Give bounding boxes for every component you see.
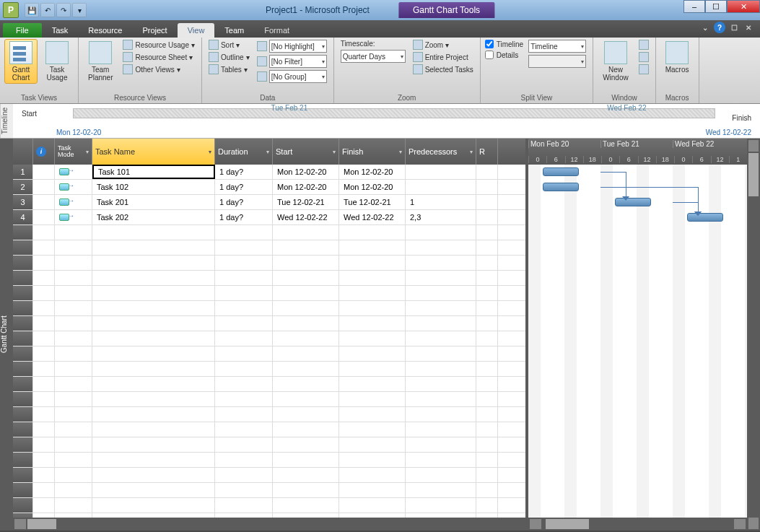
maximize-button[interactable]: ☐ — [705, 0, 727, 13]
cell-resources[interactable] — [476, 468, 498, 482]
table-row[interactable] — [13, 377, 525, 392]
cell-finish[interactable] — [339, 453, 406, 467]
cell-mode[interactable] — [55, 271, 92, 285]
cell-predecessors[interactable] — [406, 392, 476, 406]
col-task-name[interactable]: Task Name▾ — [92, 139, 215, 165]
cell-resources[interactable] — [476, 316, 498, 331]
view-side-label[interactable]: Gantt Chart — [0, 139, 13, 531]
row-number[interactable] — [13, 362, 33, 376]
cell-info[interactable] — [33, 437, 55, 452]
table-row[interactable] — [13, 225, 525, 240]
scroll-left-icon[interactable] — [530, 519, 541, 529]
row-number[interactable] — [13, 301, 33, 315]
timescale-combo[interactable]: Quarter Days▾ — [338, 49, 408, 64]
cell-predecessors[interactable] — [406, 377, 476, 391]
entire-project-button[interactable]: Entire Project — [411, 51, 476, 63]
table-row[interactable] — [13, 346, 525, 362]
tab-team[interactable]: Team — [214, 23, 254, 38]
cell-info[interactable] — [33, 407, 55, 422]
cell-name[interactable] — [92, 240, 215, 255]
cell-info[interactable] — [33, 301, 55, 315]
cell-mode[interactable] — [55, 407, 92, 422]
table-row[interactable] — [13, 437, 525, 453]
cell-duration[interactable] — [215, 286, 273, 300]
cell-predecessors[interactable] — [406, 346, 476, 361]
table-row[interactable]: 3Task 2011 day?Tue 12-02-21Tue 12-02-211 — [13, 195, 525, 210]
cell-name[interactable] — [92, 346, 215, 361]
cell-finish[interactable] — [339, 331, 406, 346]
col-resources[interactable]: R — [476, 139, 498, 165]
table-row[interactable]: 4Task 2021 day?Wed 12-02-22Wed 12-02-222… — [13, 210, 525, 225]
cell-mode[interactable] — [55, 346, 92, 361]
row-number[interactable] — [13, 377, 33, 391]
col-rownum[interactable] — [13, 139, 33, 165]
cell-name[interactable] — [92, 422, 215, 437]
cell-duration[interactable] — [215, 437, 273, 452]
hide-button[interactable] — [637, 64, 651, 75]
app-logo[interactable]: P — [3, 2, 19, 18]
cell-resources[interactable] — [476, 422, 498, 437]
cell-resources[interactable] — [476, 225, 498, 240]
cell-mode[interactable] — [55, 180, 92, 194]
cell-finish[interactable] — [339, 407, 406, 422]
undo-icon[interactable]: ↶ — [40, 3, 55, 17]
cell-finish[interactable]: Tue 12-02-21 — [339, 195, 406, 209]
tab-view[interactable]: View — [178, 23, 215, 38]
cell-start[interactable] — [273, 240, 339, 255]
cell-duration[interactable]: 1 day? — [215, 195, 273, 209]
cell-resources[interactable] — [476, 362, 498, 376]
cell-duration[interactable] — [215, 240, 273, 255]
cell-finish[interactable]: Wed 12-02-22 — [339, 210, 406, 224]
cell-duration[interactable] — [215, 377, 273, 391]
cell-resources[interactable] — [476, 165, 498, 179]
details-checkbox[interactable]: Details — [485, 50, 523, 60]
cell-mode[interactable] — [55, 498, 92, 513]
close-button[interactable]: ✕ — [727, 0, 760, 13]
cell-duration[interactable] — [215, 225, 273, 240]
cell-finish[interactable] — [339, 437, 406, 452]
tab-resource[interactable]: Resource — [78, 23, 132, 38]
row-number[interactable] — [13, 498, 33, 513]
cell-resources[interactable] — [476, 331, 498, 346]
cell-info[interactable] — [33, 468, 55, 482]
cell-start[interactable]: Tue 12-02-21 — [273, 195, 339, 209]
row-number[interactable] — [13, 453, 33, 467]
scroll-thumb[interactable] — [546, 519, 589, 529]
cell-duration[interactable] — [215, 422, 273, 437]
cell-finish[interactable] — [339, 301, 406, 315]
gantt-bar[interactable] — [687, 213, 723, 222]
switch-windows-button[interactable] — [637, 39, 651, 51]
mdi-restore-icon[interactable]: ☐ — [728, 22, 740, 33]
cell-start[interactable] — [273, 346, 339, 361]
new-window-button[interactable]: New Window — [598, 39, 634, 84]
cell-name[interactable]: Task 202 — [92, 210, 215, 224]
cell-name[interactable] — [92, 392, 215, 406]
resource-usage-button[interactable]: Resource Usage ▾ — [121, 39, 196, 51]
cell-duration[interactable] — [215, 392, 273, 406]
cell-start[interactable] — [273, 483, 339, 497]
cell-info[interactable] — [33, 498, 55, 513]
cell-info[interactable] — [33, 331, 55, 346]
cell-name[interactable] — [92, 331, 215, 346]
table-row[interactable] — [13, 498, 525, 513]
cell-mode[interactable] — [55, 301, 92, 315]
cell-info[interactable] — [33, 483, 55, 497]
gantt-bar[interactable] — [543, 167, 579, 176]
cell-mode[interactable] — [55, 240, 92, 255]
cell-mode[interactable] — [55, 468, 92, 482]
cell-finish[interactable] — [339, 483, 406, 497]
cell-predecessors[interactable] — [406, 453, 476, 467]
cell-start[interactable] — [273, 225, 339, 240]
cell-name[interactable] — [92, 498, 215, 513]
cell-finish[interactable] — [339, 498, 406, 513]
row-number[interactable] — [13, 271, 33, 285]
cell-info[interactable] — [33, 453, 55, 467]
cell-info[interactable] — [33, 225, 55, 240]
row-number[interactable] — [13, 225, 33, 240]
row-number[interactable] — [13, 331, 33, 346]
row-number[interactable] — [13, 437, 33, 452]
cell-resources[interactable] — [476, 240, 498, 255]
cell-predecessors[interactable] — [406, 407, 476, 422]
cell-duration[interactable] — [215, 362, 273, 376]
cell-name[interactable]: Task 102 — [92, 180, 215, 194]
